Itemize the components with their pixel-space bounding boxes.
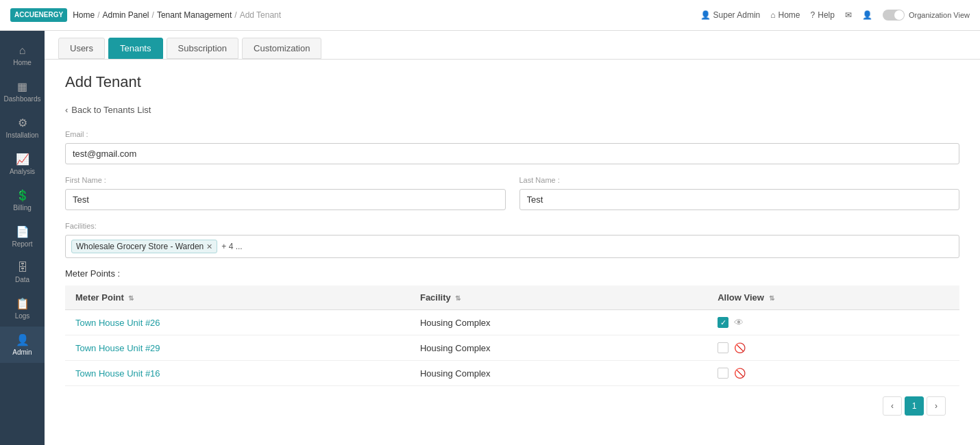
user-icon: 👤 (700, 10, 711, 20)
facilities-field[interactable]: Wholesale Grocery Store - Warden ✕ + 4 .… (65, 235, 959, 258)
mail-btn[interactable]: ✉ (845, 10, 852, 20)
tab-customization[interactable]: Customization (242, 38, 321, 59)
sidebar-label-dashboards: Dashboards (4, 95, 41, 103)
allow-view-cell: 🚫 (707, 335, 959, 361)
top-nav: ACCUENERGY Home / Admin Panel / Tenant M… (0, 0, 980, 31)
nav-left: ACCUENERGY Home / Admin Panel / Tenant M… (10, 8, 281, 22)
meter-point-cell: Town House Unit #26 (65, 310, 410, 335)
admin-icon: 👤 (16, 333, 29, 346)
sidebar-item-analysis[interactable]: 📈 Analysis (0, 146, 45, 182)
main-layout: ⌂ Home ▦ Dashboards ⚙ Installation 📈 Ana… (0, 31, 980, 445)
eye-icon[interactable]: 👁 (734, 317, 744, 328)
facility-tag-text: Wholesale Grocery Store - Warden (76, 242, 204, 251)
sidebar-label-logs: Logs (15, 312, 30, 320)
last-name-col: Last Name : (519, 175, 960, 210)
org-toggle-switch[interactable] (883, 10, 905, 21)
first-name-input[interactable] (65, 189, 506, 210)
org-toggle[interactable]: Organization View (883, 10, 970, 21)
super-admin-menu[interactable]: 👤 Super Admin (700, 10, 761, 20)
sidebar-item-dashboards[interactable]: ▦ Dashboards (0, 73, 45, 110)
facility-cell: Housing Complex (410, 361, 707, 386)
checkbox-cell: 🚫 (718, 368, 949, 379)
eye-slash-icon[interactable]: 🚫 (734, 368, 746, 379)
prev-page-btn[interactable]: ‹ (883, 396, 902, 416)
col-meter-point: Meter Point ⇅ (65, 285, 410, 310)
billing-icon: 💲 (16, 189, 29, 202)
sidebar-item-data[interactable]: 🗄 Data (0, 255, 45, 290)
tab-users[interactable]: Users (58, 38, 105, 59)
first-name-col: First Name : (65, 175, 506, 210)
mail-icon: ✉ (845, 10, 852, 20)
table-row: Town House Unit #26Housing Complex✓👁 (65, 310, 959, 335)
email-input[interactable] (65, 143, 959, 164)
facility-tag-remove[interactable]: ✕ (206, 242, 212, 251)
more-facilities-tag[interactable]: + 4 ... (221, 242, 242, 251)
nav-right: 👤 Super Admin ⌂ Home ? Help ✉ 👤 Organiza… (700, 10, 970, 21)
sidebar-item-report[interactable]: 📄 Report (0, 218, 45, 255)
meter-point-link[interactable]: Town House Unit #26 (75, 318, 160, 328)
sidebar-item-home[interactable]: ⌂ Home (0, 38, 45, 73)
meter-points-table: Meter Point ⇅ Facility ⇅ Allow View ⇅ (65, 285, 959, 386)
user-avatar-icon: 👤 (862, 10, 872, 20)
breadcrumb-tenant-management[interactable]: Tenant Management (157, 10, 232, 20)
help-label: Help (818, 10, 835, 20)
allow-view-checkbox[interactable] (718, 368, 728, 379)
col-meter-point-label: Meter Point (75, 292, 124, 303)
sidebar-label-analysis: Analysis (10, 168, 35, 175)
data-icon: 🗄 (17, 262, 28, 274)
logs-icon: 📋 (16, 297, 29, 310)
page-content: Add Tenant ‹ Back to Tenants List Email … (45, 60, 980, 440)
help-btn[interactable]: ? Help (811, 10, 835, 20)
next-page-btn[interactable]: › (927, 396, 946, 416)
breadcrumb-home[interactable]: Home (73, 10, 95, 20)
allow-view-checkbox[interactable]: ✓ (718, 317, 728, 328)
last-name-input[interactable] (519, 189, 960, 210)
toggle-knob (894, 10, 904, 20)
sidebar-label-data: Data (15, 276, 29, 283)
home-nav-label: Home (779, 10, 800, 20)
home-nav-btn[interactable]: ⌂ Home (770, 10, 800, 20)
table-header-row: Meter Point ⇅ Facility ⇅ Allow View ⇅ (65, 285, 959, 310)
sidebar-item-logs[interactable]: 📋 Logs (0, 290, 45, 327)
facility-cell: Housing Complex (410, 310, 707, 335)
table-section: Meter Points : Meter Point ⇅ Facility ⇅ (65, 268, 959, 386)
eye-slash-icon[interactable]: 🚫 (734, 342, 746, 353)
breadcrumb: Home / Admin Panel / Tenant Management /… (73, 10, 281, 20)
col-facility: Facility ⇅ (410, 285, 707, 310)
logo: ACCUENERGY (10, 8, 67, 22)
col-allow-view: Allow View ⇅ (707, 285, 959, 310)
tab-tenants[interactable]: Tenants (108, 38, 163, 59)
meter-point-sort-icon[interactable]: ⇅ (128, 294, 134, 302)
pagination: ‹ 1 › (65, 386, 959, 426)
org-view-label: Organization View (909, 11, 970, 19)
facilities-label: Facilities: (65, 220, 959, 231)
breadcrumb-admin[interactable]: Admin Panel (102, 10, 149, 20)
allow-view-sort-icon[interactable]: ⇅ (769, 294, 774, 302)
first-name-label: First Name : (65, 175, 506, 185)
meter-point-cell: Town House Unit #16 (65, 361, 410, 386)
back-to-tenants-link[interactable]: ‹ Back to Tenants List (65, 105, 959, 115)
page-1-btn[interactable]: 1 (905, 396, 924, 416)
sidebar-item-billing[interactable]: 💲 Billing (0, 182, 45, 218)
meter-point-link[interactable]: Town House Unit #16 (75, 368, 160, 379)
facilities-section: Facilities: Wholesale Grocery Store - Wa… (65, 220, 959, 258)
meter-points-label: Meter Points : (65, 268, 959, 279)
user-btn[interactable]: 👤 (862, 10, 872, 20)
sidebar-label-home: Home (13, 59, 32, 66)
allow-view-checkbox[interactable] (718, 342, 728, 353)
last-name-label: Last Name : (519, 175, 960, 185)
sidebar-item-installation[interactable]: ⚙ Installation (0, 110, 45, 146)
question-icon: ? (811, 10, 816, 20)
name-row: First Name : Last Name : (65, 175, 959, 210)
email-section: Email : (65, 129, 959, 164)
table-head: Meter Point ⇅ Facility ⇅ Allow View ⇅ (65, 285, 959, 310)
breadcrumb-add-tenant: Add Tenant (240, 10, 282, 20)
meter-point-link[interactable]: Town House Unit #29 (75, 343, 160, 353)
facility-cell: Housing Complex (410, 335, 707, 361)
tab-subscription[interactable]: Subscription (167, 38, 239, 59)
sidebar-label-billing: Billing (13, 204, 32, 212)
sidebar-item-admin[interactable]: 👤 Admin (0, 327, 45, 363)
home-sidebar-icon: ⌂ (19, 44, 26, 57)
report-icon: 📄 (16, 225, 29, 238)
facility-sort-icon[interactable]: ⇅ (455, 294, 461, 302)
